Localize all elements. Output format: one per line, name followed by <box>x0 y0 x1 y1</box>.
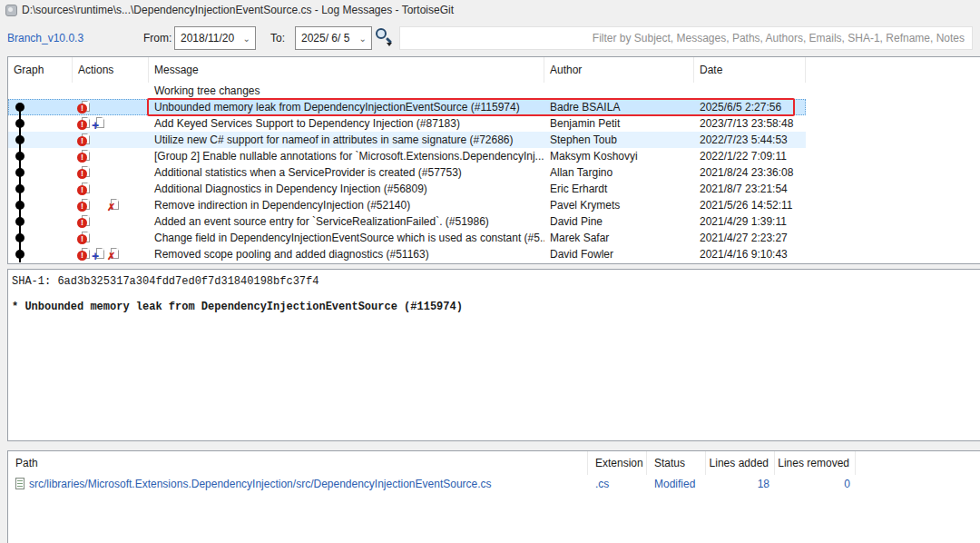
log-date: 2021/5/26 14:52:11 <box>694 197 806 213</box>
column-header-graph[interactable]: Graph <box>8 57 73 83</box>
log-author: Stephen Toub <box>544 132 694 148</box>
file-lines-added: 18 <box>706 475 775 493</box>
modified-file-icon: ! <box>77 182 92 196</box>
actions-cell: ! <box>73 99 149 115</box>
table-row[interactable]: ! Additional statistics when a ServicePr… <box>8 164 980 181</box>
file-lines-removed: 0 <box>775 475 856 493</box>
commit-dot-icon <box>15 168 24 177</box>
file-row[interactable]: src/libraries/Microsoft.Extensions.Depen… <box>8 475 980 493</box>
log-author: Maksym Koshovyi <box>544 148 694 164</box>
graph-cell <box>8 230 73 246</box>
log-author: Pavel Krymets <box>544 197 694 213</box>
chevron-down-icon[interactable]: ⌄ <box>359 34 371 44</box>
tortoisegit-app-icon <box>5 5 17 16</box>
log-author: Allan Targino <box>544 164 694 181</box>
graph-cell <box>8 83 73 99</box>
log-message: Change field in DependencyInjectionEvent… <box>149 230 544 246</box>
graph-cell <box>8 99 73 115</box>
column-header-message[interactable]: Message <box>149 57 544 83</box>
log-author: David Fowler <box>544 246 694 262</box>
added-file-icon: + <box>92 116 106 131</box>
deleted-file-icon: ✗ <box>106 247 121 262</box>
column-header-path[interactable]: Path <box>8 451 588 475</box>
log-message: Additional Diagnostics in Dependency Inj… <box>149 181 544 197</box>
column-header-author[interactable]: Author <box>544 57 694 83</box>
graph-cell <box>8 197 73 213</box>
graph-cell <box>8 246 73 262</box>
table-row[interactable]: ! Unbounded memory leak from DependencyI… <box>8 99 980 115</box>
log-date: 2022/7/23 5:44:53 <box>694 132 806 148</box>
modified-file-icon: ! <box>77 214 92 229</box>
table-row[interactable]: !✗ Remove indirection in DependencyInjec… <box>8 197 980 213</box>
commit-log-pane: Graph Actions Message Author Date Workin… <box>7 56 980 264</box>
commit-dot-icon <box>15 152 24 161</box>
column-header-filler <box>806 57 980 83</box>
to-date-combobox[interactable]: 2025/ 6/ 5 ⌄ <box>295 26 372 50</box>
blank-line <box>12 288 976 301</box>
commit-dot-icon <box>15 217 24 226</box>
modified-file-icon: ! <box>77 247 92 262</box>
column-header-lines-added[interactable]: Lines added <box>706 451 775 475</box>
window-title: D:\sources\runtime\s...\DependencyInject… <box>22 4 454 16</box>
log-date <box>694 83 806 99</box>
log-message: Working tree changes <box>149 83 544 99</box>
file-rows: src/libraries/Microsoft.Extensions.Depen… <box>8 475 980 493</box>
column-header-extension[interactable]: Extension <box>588 451 647 475</box>
table-row[interactable]: ! Additional Diagnostics in Dependency I… <box>8 181 980 197</box>
file-status: Modified <box>647 475 706 493</box>
from-date-combobox[interactable]: 2018/11/20 ⌄ <box>174 26 256 50</box>
log-author: Benjamin Petit <box>544 115 694 132</box>
table-row[interactable]: !+✗ Removed scope pooling and added diag… <box>8 246 980 262</box>
graph-cell <box>8 148 73 164</box>
magnifier-lens <box>376 28 387 39</box>
table-row[interactable]: ! Utilize new C# support for nameof in a… <box>8 132 980 148</box>
log-rows: Working tree changes ! Unbounded memory … <box>8 83 980 262</box>
table-row[interactable]: !+ Add Keyed Services Support to Depende… <box>8 115 980 132</box>
modified-file-icon: ! <box>77 116 92 131</box>
file-row-filler <box>856 475 980 493</box>
log-date: 2021/8/24 23:36:08 <box>694 164 806 181</box>
actions-cell: ! <box>73 230 149 246</box>
modified-file-icon: ! <box>77 100 92 114</box>
log-message: Utilize new C# support for nameof in att… <box>149 132 544 148</box>
commit-dot-icon <box>15 184 24 193</box>
log-author: David Pine <box>544 213 694 230</box>
commit-dot-icon <box>15 233 24 242</box>
table-row[interactable]: ! [Group 2] Enable nullable annotations … <box>8 148 980 164</box>
table-row[interactable]: Working tree changes <box>8 83 980 99</box>
search-dropdown-caret[interactable] <box>387 43 392 46</box>
commit-dot-icon <box>15 103 24 112</box>
branch-link[interactable]: Branch_v10.0.3 <box>7 32 83 44</box>
chevron-down-icon[interactable]: ⌄ <box>243 34 255 44</box>
graph-cell <box>8 181 73 197</box>
column-header-lines-removed[interactable]: Lines removed <box>775 451 856 475</box>
search-icon[interactable] <box>374 27 396 49</box>
actions-cell: !+✗ <box>73 246 149 262</box>
filter-input[interactable] <box>399 26 973 50</box>
log-message: Add Keyed Services Support to Dependency… <box>149 115 544 132</box>
table-row[interactable]: ! Change field in DependencyInjectionEve… <box>8 230 980 246</box>
column-header-filler <box>856 451 980 475</box>
column-header-date[interactable]: Date <box>694 57 806 83</box>
table-row[interactable]: ! Added an event source entry for `Servi… <box>8 213 980 230</box>
log-author: Marek Safar <box>544 230 694 246</box>
actions-cell <box>73 83 149 99</box>
log-date: 2022/1/22 7:09:11 <box>694 148 806 164</box>
actions-cell: ! <box>73 148 149 164</box>
log-author: Badre BSAILA <box>544 99 694 115</box>
log-message: Remove indirection in DependencyInjectio… <box>149 197 544 213</box>
actions-cell: !✗ <box>73 197 149 213</box>
actions-cell: ! <box>73 164 149 181</box>
actions-cell: !+ <box>73 115 149 132</box>
commit-dot-icon <box>15 250 24 259</box>
column-header-actions[interactable]: Actions <box>73 57 149 83</box>
modified-file-icon: ! <box>77 149 92 163</box>
from-label: From: <box>143 32 172 44</box>
column-header-status[interactable]: Status <box>647 451 706 475</box>
to-label: To: <box>270 32 285 44</box>
log-message: [Group 2] Enable nullable annotations fo… <box>149 148 544 164</box>
modified-file-icon: ! <box>77 231 92 245</box>
commit-dot-icon <box>15 201 24 210</box>
commit-dot-icon <box>15 119 24 128</box>
added-file-icon: + <box>92 247 106 262</box>
